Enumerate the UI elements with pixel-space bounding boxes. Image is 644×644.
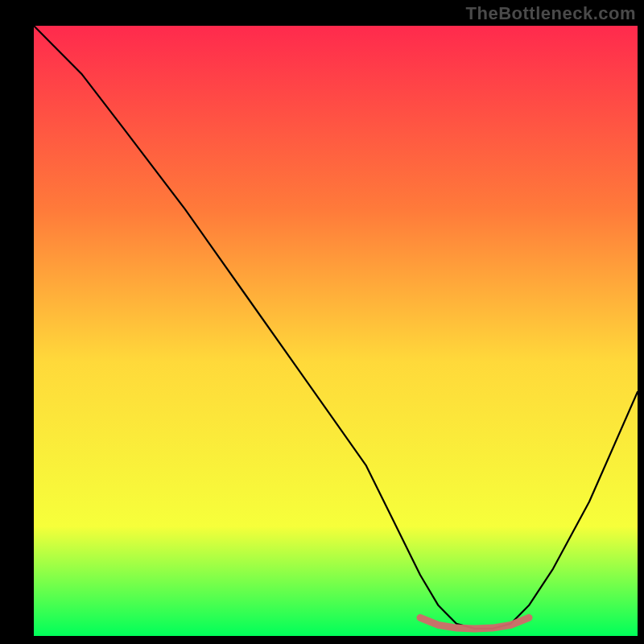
chart-svg <box>0 0 644 644</box>
plot-background <box>34 26 638 636</box>
watermark-text: TheBottleneck.com <box>466 3 636 24</box>
chart-frame: TheBottleneck.com <box>0 0 644 644</box>
